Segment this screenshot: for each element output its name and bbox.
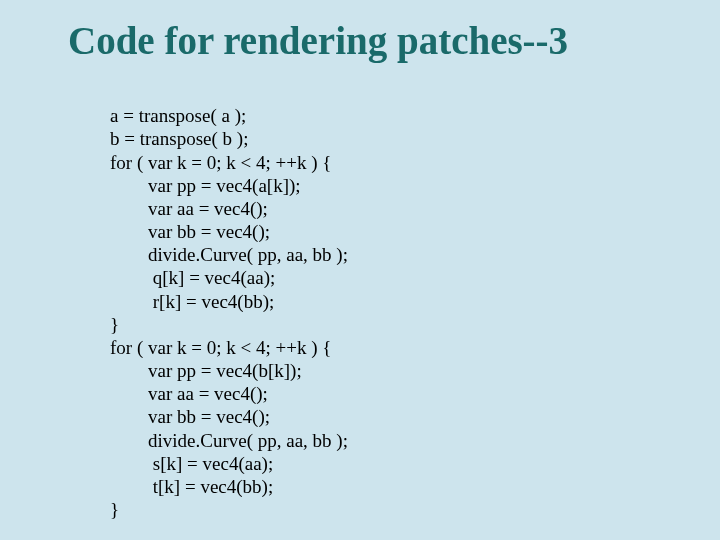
slide-title: Code for rendering patches--3	[68, 18, 680, 63]
code-line: q[k] = vec4(aa);	[110, 267, 275, 288]
code-line: s[k] = vec4(aa);	[110, 453, 273, 474]
code-block: a = transpose( a ); b = transpose( b ); …	[110, 81, 680, 540]
code-line: divide.Curve( pp, aa, bb );	[110, 244, 348, 265]
code-line: r[k] = vec4(bb);	[110, 291, 274, 312]
code-line: }	[110, 314, 119, 335]
code-line: a = transpose( a );	[110, 105, 246, 126]
code-line: var pp = vec4(b[k]);	[110, 360, 302, 381]
code-line: b = transpose( b );	[110, 128, 248, 149]
code-line: for ( var k = 0; k < 4; ++k ) {	[110, 152, 331, 173]
code-line: var aa = vec4();	[110, 383, 268, 404]
code-line: var pp = vec4(a[k]);	[110, 175, 301, 196]
code-line: t[k] = vec4(bb);	[110, 476, 273, 497]
slide: Code for rendering patches--3 a = transp…	[0, 0, 720, 540]
code-line: var bb = vec4();	[110, 406, 270, 427]
code-line: divide.Curve( pp, aa, bb );	[110, 430, 348, 451]
code-line: for ( var k = 0; k < 4; ++k ) {	[110, 337, 331, 358]
code-line: var aa = vec4();	[110, 198, 268, 219]
code-line: var bb = vec4();	[110, 221, 270, 242]
code-line: }	[110, 499, 119, 520]
